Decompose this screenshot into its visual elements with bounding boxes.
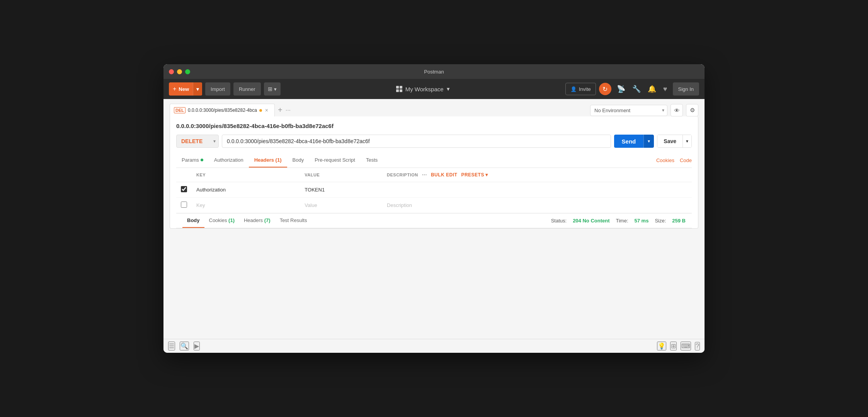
runner-label: Runner bbox=[239, 86, 255, 92]
method-select[interactable]: DELETE GET POST PUT PATCH bbox=[176, 135, 219, 148]
response-cookies-tab[interactable]: Cookies (1) bbox=[204, 214, 239, 228]
close-button[interactable] bbox=[169, 69, 174, 74]
row-checkbox-cell[interactable] bbox=[176, 182, 192, 198]
tests-tab[interactable]: Tests bbox=[361, 153, 383, 167]
import-button[interactable]: Import bbox=[205, 82, 230, 96]
tab-url: 0.0.0.0:3000/pies/835e8282-4bca bbox=[188, 108, 257, 113]
key-cell[interactable]: Authorization bbox=[192, 182, 300, 198]
save-button[interactable]: Save bbox=[657, 135, 682, 148]
antenna-icon-button[interactable]: 📡 bbox=[615, 83, 627, 95]
bulb-icon-button[interactable]: 💡 bbox=[657, 342, 666, 350]
code-link[interactable]: Code bbox=[680, 157, 692, 163]
bell-icon-button[interactable]: 🔔 bbox=[646, 83, 658, 95]
header-row-1: Authorization TOKEN1 bbox=[176, 182, 692, 198]
description-cell[interactable] bbox=[382, 182, 692, 198]
maximize-button[interactable] bbox=[185, 69, 190, 74]
wrench-icon-button[interactable]: 🔧 bbox=[631, 83, 642, 95]
description-header: DESCRIPTION ··· Bulk Edit Presets ▾ bbox=[382, 168, 692, 182]
save-label: Save bbox=[664, 138, 676, 144]
authorization-tab[interactable]: Authorization bbox=[209, 153, 249, 167]
environment-select-wrap: No Environment bbox=[590, 105, 667, 116]
description-placeholder[interactable]: Description bbox=[382, 198, 692, 213]
tab-nav-right: Cookies Code bbox=[656, 157, 692, 163]
new-button-label: New bbox=[179, 86, 189, 92]
placeholder-checkbox[interactable] bbox=[181, 202, 187, 208]
presets-arrow: ▾ bbox=[485, 172, 488, 178]
workspace-label: My Workspace bbox=[405, 86, 444, 92]
search-bottom-button[interactable]: 🔍 bbox=[180, 342, 189, 350]
params-dot bbox=[201, 159, 203, 161]
bulk-edit-button[interactable]: Bulk Edit bbox=[431, 172, 458, 178]
sidebar-toggle-button[interactable]: ☰ bbox=[168, 342, 175, 350]
new-dropdown-arrow[interactable]: ▾ bbox=[193, 82, 202, 96]
size-value: 259 B bbox=[672, 218, 686, 224]
request-panel: 0.0.0.0:3000/pies/835e8282-4bca-416e-b0f… bbox=[170, 116, 698, 229]
tab-more-button[interactable]: ··· bbox=[286, 107, 291, 114]
tab-unsaved-dot bbox=[259, 109, 262, 112]
response-cookies-count: (1) bbox=[228, 217, 235, 223]
row-checkbox[interactable] bbox=[181, 186, 187, 192]
signin-button[interactable]: Sign In bbox=[673, 82, 699, 96]
request-tab[interactable]: DEL 0.0.0.0:3000/pies/835e8282-4bca × bbox=[170, 104, 275, 116]
save-dropdown[interactable]: ▾ bbox=[682, 135, 692, 148]
response-headers-count: (7) bbox=[264, 217, 271, 223]
toolbar: + New ▾ Import Runner ⊞ ▾ My Workspace ▾ bbox=[163, 79, 705, 99]
environment-select[interactable]: No Environment bbox=[590, 105, 667, 116]
send-button-group: Send ▾ bbox=[614, 135, 654, 148]
response-test-results-tab[interactable]: Test Results bbox=[275, 214, 312, 228]
url-input[interactable] bbox=[222, 135, 611, 148]
pre-request-label: Pre-request Script bbox=[315, 157, 355, 163]
value-cell[interactable]: TOKEN1 bbox=[300, 182, 382, 198]
new-button-main[interactable]: + New bbox=[169, 82, 193, 96]
value-placeholder[interactable]: Value bbox=[300, 198, 382, 213]
authorization-label: Authorization bbox=[214, 157, 243, 163]
body-tab[interactable]: Body bbox=[287, 153, 310, 167]
settings-icon-button[interactable]: ⚙ bbox=[686, 104, 698, 116]
help-button[interactable]: ? bbox=[695, 342, 700, 350]
new-tab-button[interactable]: + bbox=[275, 106, 286, 115]
send-button[interactable]: Send bbox=[614, 135, 644, 148]
new-button[interactable]: + New ▾ bbox=[169, 82, 202, 96]
response-headers-label: Headers bbox=[244, 217, 263, 223]
pre-request-tab[interactable]: Pre-request Script bbox=[309, 153, 361, 167]
console-icon: ▶ bbox=[194, 343, 199, 349]
size-label: Size: bbox=[655, 218, 666, 224]
settings-icon: ⚙ bbox=[690, 107, 695, 114]
placeholder-checkbox-cell bbox=[176, 198, 192, 213]
presets-button[interactable]: Presets ▾ bbox=[461, 172, 488, 178]
response-cookies-label: Cookies bbox=[209, 217, 227, 223]
invite-button[interactable]: 👤 Invite bbox=[565, 83, 596, 95]
headers-tab[interactable]: Headers (1) bbox=[249, 153, 287, 167]
environment-bar: No Environment 👁 ⚙ bbox=[590, 104, 698, 116]
response-body-tab[interactable]: Body bbox=[182, 214, 204, 228]
eye-icon-button[interactable]: 👁 bbox=[671, 104, 683, 116]
key-placeholder[interactable]: Key bbox=[192, 198, 300, 213]
sidebar-icon: ☰ bbox=[169, 343, 174, 349]
invite-label: Invite bbox=[579, 86, 591, 92]
params-tab[interactable]: Params bbox=[176, 153, 209, 167]
heart-icon-button[interactable]: ♥ bbox=[662, 84, 669, 95]
response-headers-tab[interactable]: Headers (7) bbox=[239, 214, 275, 228]
send-dropdown[interactable]: ▾ bbox=[643, 135, 654, 148]
antenna-icon: 📡 bbox=[617, 85, 625, 93]
keyboard-button[interactable]: ⌨ bbox=[681, 342, 691, 350]
request-title: 0.0.0.0:3000/pies/835e8282-4bca-416e-b0f… bbox=[176, 123, 692, 129]
invite-person-icon: 👤 bbox=[570, 86, 577, 92]
tab-close-icon[interactable]: × bbox=[265, 107, 268, 113]
tests-label: Tests bbox=[366, 157, 378, 163]
two-pane-button[interactable]: ⊞ bbox=[670, 342, 677, 350]
workspace-button[interactable]: My Workspace ▾ bbox=[396, 85, 450, 92]
body-label: Body bbox=[293, 157, 304, 163]
response-test-results-label: Test Results bbox=[280, 217, 307, 223]
header-options-icon[interactable]: ··· bbox=[422, 172, 427, 178]
builder-button[interactable]: ⊞ ▾ bbox=[264, 82, 281, 96]
params-label: Params bbox=[182, 157, 199, 163]
sync-button[interactable]: ↻ bbox=[599, 83, 611, 95]
tab-bar: DEL 0.0.0.0:3000/pies/835e8282-4bca × + … bbox=[170, 104, 291, 116]
cookies-link[interactable]: Cookies bbox=[656, 157, 674, 163]
runner-button[interactable]: Runner bbox=[233, 82, 261, 96]
minimize-button[interactable] bbox=[177, 69, 182, 74]
tab-bar-wrapper: DEL 0.0.0.0:3000/pies/835e8282-4bca × + … bbox=[170, 104, 698, 116]
console-button[interactable]: ▶ bbox=[194, 342, 200, 350]
headers-label: Headers (1) bbox=[254, 157, 282, 163]
